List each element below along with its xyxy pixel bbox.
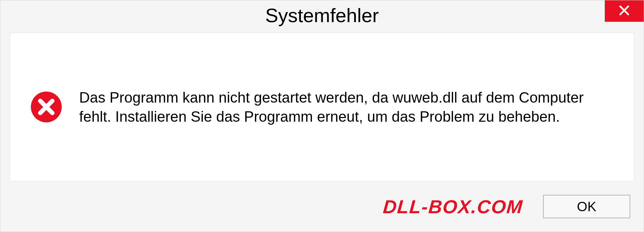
watermark-text: DLL-BOX.COM bbox=[382, 196, 524, 218]
content-area: Das Programm kann nicht gestartet werden… bbox=[10, 33, 634, 181]
titlebar: Systemfehler bbox=[0, 0, 644, 30]
error-message: Das Programm kann nicht gestartet werden… bbox=[79, 88, 614, 126]
close-icon bbox=[618, 4, 630, 18]
ok-button[interactable]: OK bbox=[543, 195, 630, 218]
ok-button-label: OK bbox=[577, 199, 596, 214]
dialog-footer: DLL-BOX.COM OK bbox=[0, 181, 644, 232]
close-button[interactable] bbox=[605, 0, 644, 22]
error-dialog: Systemfehler Das Programm kann nicht ges… bbox=[0, 0, 644, 232]
error-icon bbox=[30, 91, 62, 123]
dialog-title: Systemfehler bbox=[265, 4, 379, 26]
